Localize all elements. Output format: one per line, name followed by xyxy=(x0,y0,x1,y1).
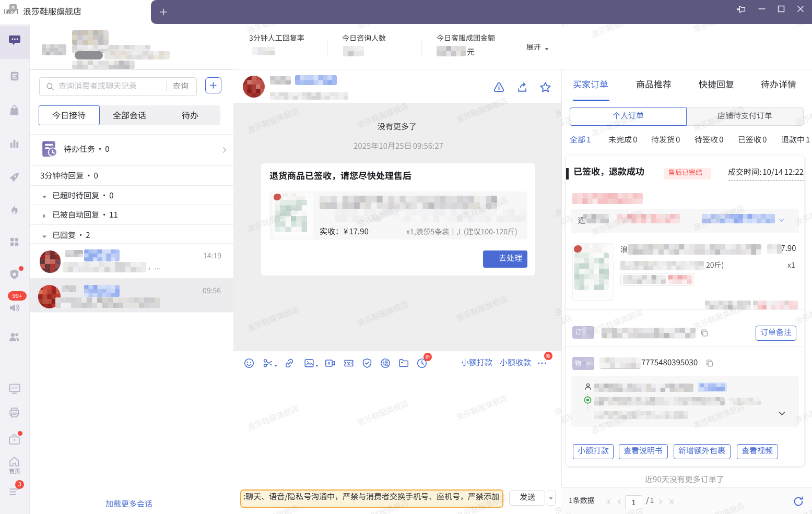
svg-text:ERP: ERP xyxy=(11,386,18,389)
